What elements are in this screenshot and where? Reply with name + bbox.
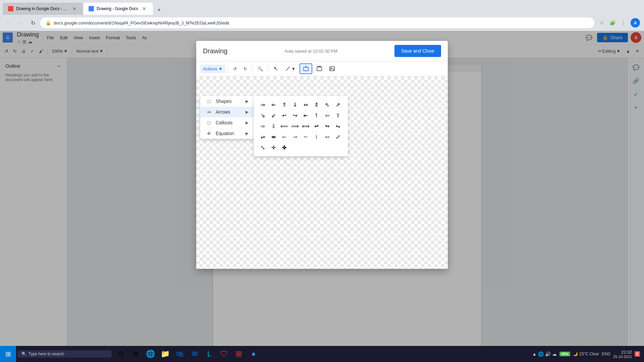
tab-close-1[interactable]: ✕ <box>71 5 78 12</box>
arrow-item-12[interactable]: ↪ <box>290 111 300 120</box>
arrow-item-28[interactable]: ⇾ <box>290 132 300 141</box>
save-close-button[interactable]: Save and Close <box>394 45 441 57</box>
arrow-item-10[interactable]: ⇙ <box>269 111 278 120</box>
arrow-item-7[interactable]: ⇖ <box>322 100 332 109</box>
menu-icon[interactable]: ⋮ <box>619 18 628 27</box>
forward-button[interactable]: → <box>16 18 25 27</box>
tab-close-2[interactable]: ✕ <box>141 5 148 12</box>
arrow-item-13[interactable]: ⇤ <box>301 111 310 120</box>
line-dropdown-arrow: ▼ <box>291 66 296 71</box>
zoom-btn[interactable]: 🔍 <box>255 65 266 73</box>
arrow-item-5[interactable]: ⇔ <box>301 100 310 109</box>
shape-tool-btn[interactable] <box>300 63 312 74</box>
arrow-item-21[interactable]: ⟺ <box>301 121 310 131</box>
arrow-item-31[interactable]: ⇿ <box>322 132 332 141</box>
taskbar-network[interactable]: 🌐 <box>538 351 544 357</box>
arrow-item-17[interactable]: ⇨ <box>258 121 267 131</box>
arrow-item-15[interactable]: ⇦ <box>322 111 332 120</box>
arrow-item-19[interactable]: ⟸ <box>279 121 289 131</box>
back-button[interactable]: ← <box>4 18 13 27</box>
taskbar-chrome[interactable]: ● <box>247 347 260 361</box>
taskbar-explorer[interactable]: 📁 <box>158 347 172 361</box>
extension-icon[interactable]: 🧩 <box>608 18 617 27</box>
tab-inactive[interactable]: Drawing in Google Docs - Goog ✕ <box>3 3 83 15</box>
select-tool-btn[interactable]: ↖ <box>271 63 281 74</box>
taskbar-store[interactable]: 🛍 <box>173 347 186 361</box>
arrow-item-18[interactable]: ⇩ <box>269 121 278 131</box>
arrow-item-35[interactable]: ✤ <box>279 143 289 152</box>
arrow-item-24[interactable]: ⇋ <box>333 121 342 131</box>
tab-active[interactable]: Drawing - Google Docs ✕ <box>83 3 153 15</box>
callouts-icon: □ <box>206 120 212 125</box>
tab-favicon-2 <box>89 6 94 11</box>
bookmark-icon[interactable]: ☆ <box>597 18 606 27</box>
actions-dropdown: □ Shapes ▶ ⇒ Arrows ▶ □ Callouts ▶ ✛ Equ… <box>200 96 254 139</box>
drawing-header: Drawing Auto-saved at 10:02:30 PM Save a… <box>196 41 448 61</box>
arrow-item-9[interactable]: ⇘ <box>258 111 267 120</box>
url-text: docs.google.com/document/d/1Nsqaf4_PGevS… <box>54 20 589 25</box>
textbox-tool-btn[interactable] <box>314 64 325 73</box>
reload-button[interactable]: ↻ <box>28 18 38 27</box>
dropdown-equation[interactable]: ✛ Equation ▶ <box>200 128 254 139</box>
taskbar-up-arrow[interactable]: ▲ <box>532 351 537 357</box>
taskbar-edge[interactable]: 🌐 <box>144 347 157 361</box>
dropdown-callouts[interactable]: □ Callouts ▶ <box>200 117 254 128</box>
new-tab-button[interactable]: + <box>154 5 164 15</box>
arrow-item-33[interactable]: ⤡ <box>258 143 267 152</box>
taskbar-right: ▲ 🌐 🔊 ☁ 49% 🌙 23°C Clear ENG 22:02 25-10… <box>532 350 644 359</box>
arrow-item-23[interactable]: ↬ <box>322 121 332 131</box>
battery-indicator[interactable]: 49% <box>559 352 570 356</box>
arrow-item-4[interactable]: ⇓ <box>290 100 300 109</box>
arrow-item-22[interactable]: ↫ <box>312 121 321 131</box>
svg-rect-1 <box>304 67 308 71</box>
actions-menu-button[interactable]: Actions ▼ <box>200 65 225 73</box>
shapes-arrow: ▶ <box>246 99 249 104</box>
arrow-item-11[interactable]: ↩ <box>279 111 289 120</box>
arrow-item-1[interactable]: ⇒ <box>258 100 267 109</box>
dropdown-arrows[interactable]: ⇒ Arrows ▶ <box>200 107 254 117</box>
url-bar[interactable]: 🔒 docs.google.com/document/d/1Nsqaf4_PGe… <box>40 17 594 28</box>
arrow-item-27[interactable]: ⇽ <box>279 132 289 141</box>
taskbar-mail[interactable]: ✉ <box>188 347 201 361</box>
arrow-item-25[interactable]: ⇌ <box>258 132 267 141</box>
dropdown-shapes[interactable]: □ Shapes ▶ <box>200 96 254 107</box>
arrow-item-30[interactable]: ↕ <box>312 132 321 141</box>
taskbar-search[interactable]: 🔍 Type here to search <box>17 350 111 358</box>
taskbar-cortana[interactable]: ⊙ <box>114 347 127 361</box>
taskbar-taskview[interactable]: ⧉ <box>129 347 142 361</box>
draw-undo-btn[interactable]: ↺ <box>230 65 239 73</box>
drawing-canvas[interactable]: □ Shapes ▶ ⇒ Arrows ▶ □ Callouts ▶ ✛ Equ… <box>196 76 448 269</box>
taskbar-learn[interactable]: L <box>203 347 216 361</box>
arrow-item-29[interactable]: ↔ <box>301 132 310 141</box>
taskbar-notifications[interactable]: 6 <box>635 351 640 357</box>
arrows-arrow: ▶ <box>246 110 249 114</box>
arrow-item-3[interactable]: ⇑ <box>279 100 289 109</box>
arrow-item-8[interactable]: ⇗ <box>333 100 342 109</box>
taskbar-cloud[interactable]: ☁ <box>552 351 557 357</box>
toolbar-sep-1 <box>228 65 228 72</box>
draw-redo-btn[interactable]: ↻ <box>241 65 250 73</box>
arrow-item-6[interactable]: ⇕ <box>312 100 321 109</box>
address-bar: ← → ↻ 🔒 docs.google.com/document/d/1Nsqa… <box>0 15 644 31</box>
arrow-item-16[interactable]: ⇧ <box>333 111 342 120</box>
arrow-item-20[interactable]: ⟹ <box>290 121 300 131</box>
weather-info: 🌙 23°C Clear <box>573 352 599 356</box>
search-icon: 🔍 <box>21 352 26 356</box>
arrow-item-34[interactable]: ✛ <box>269 143 278 152</box>
equation-icon: ✛ <box>206 131 212 136</box>
arrow-item-14[interactable]: ↿ <box>312 111 321 120</box>
taskbar-volume[interactable]: 🔊 <box>545 351 551 357</box>
image-tool-btn[interactable] <box>326 64 338 73</box>
arrow-item-26[interactable]: ⇼ <box>269 132 278 141</box>
arrow-item-2[interactable]: ⇐ <box>269 100 278 109</box>
arrows-grid: ⇒ ⇐ ⇑ ⇓ ⇔ ⇕ ⇖ ⇗ ⇘ ⇙ ↩ ↪ ⇤ ↿ ⇦ ⇧ ⇨ <box>258 100 344 152</box>
taskbar-office[interactable]: ⊞ <box>232 347 246 361</box>
start-button[interactable]: ⊞ <box>0 346 16 362</box>
svg-line-0 <box>286 67 290 71</box>
tab-favicon-1 <box>8 6 13 11</box>
profile-avatar[interactable]: A <box>631 18 640 27</box>
line-tool-btn[interactable]: ▼ <box>282 64 299 73</box>
taskbar-antivirus[interactable]: 🛡 <box>217 347 231 361</box>
arrows-icon: ⇒ <box>206 109 212 115</box>
arrow-item-32[interactable]: ⤢ <box>333 132 342 141</box>
